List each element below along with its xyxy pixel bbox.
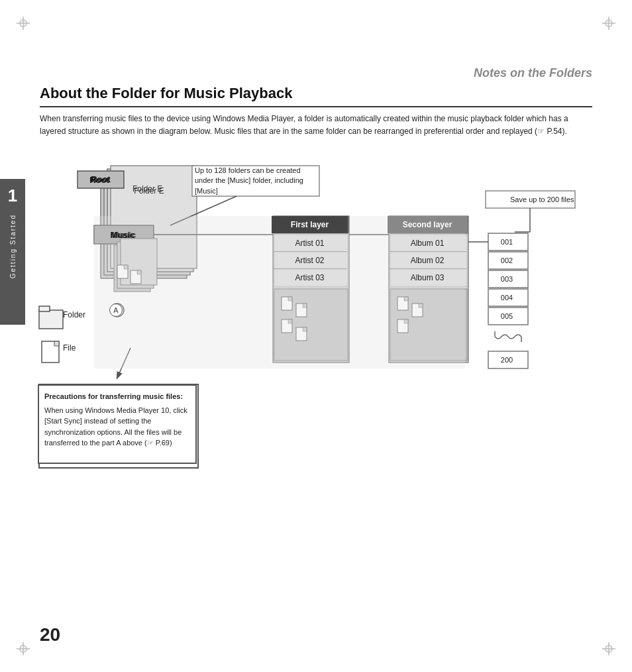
diagram-area: Root Folder E Music A bbox=[36, 159, 596, 517]
second-layer-item-3: Album 03 bbox=[389, 269, 466, 286]
folder-e-label: Folder E bbox=[132, 184, 162, 194]
file-number-001: 001 bbox=[487, 233, 527, 251]
svg-rect-73 bbox=[39, 310, 63, 329]
svg-rect-23 bbox=[121, 239, 157, 285]
precautions-title: Precautions for transferring music files… bbox=[44, 391, 190, 402]
title-area: About the Folder for Music Playback bbox=[40, 85, 592, 107]
svg-rect-26 bbox=[131, 270, 141, 284]
chapter-label: Getting Started bbox=[9, 214, 17, 278]
page-header-title: Notes on the Folders bbox=[474, 66, 592, 80]
corner-mark-br bbox=[599, 639, 619, 659]
svg-marker-57 bbox=[404, 297, 408, 301]
page-number: 20 bbox=[40, 624, 60, 645]
corner-mark-tr bbox=[599, 13, 619, 33]
legend-file-label: File bbox=[63, 343, 76, 353]
circle-a-marker: A bbox=[109, 304, 123, 317]
main-title: About the Folder for Music Playback bbox=[40, 85, 592, 102]
precautions-box: Precautions for transferring music files… bbox=[38, 384, 197, 464]
svg-rect-74 bbox=[39, 306, 50, 311]
svg-rect-75 bbox=[42, 341, 59, 363]
file-number-200: 200 bbox=[487, 351, 527, 368]
file-number-005: 005 bbox=[487, 308, 527, 325]
svg-rect-41 bbox=[274, 289, 348, 361]
description-text: When transferring music files to the dev… bbox=[40, 113, 592, 138]
file-number-004: 004 bbox=[487, 289, 527, 306]
svg-marker-49 bbox=[303, 327, 307, 331]
svg-line-30 bbox=[117, 348, 131, 378]
file-number-002: 002 bbox=[487, 252, 527, 269]
svg-marker-45 bbox=[303, 304, 307, 308]
legend-folder-label: Folder bbox=[63, 310, 85, 319]
second-layer-header: Second layer bbox=[388, 216, 467, 233]
svg-marker-43 bbox=[288, 297, 292, 301]
first-layer-header: First layer bbox=[272, 216, 348, 233]
first-layer-item-1: Artist 01 bbox=[273, 235, 346, 252]
chapter-tab: 1 Getting Started bbox=[0, 179, 25, 325]
corner-mark-tl bbox=[13, 13, 33, 33]
root-label: Root bbox=[76, 171, 123, 188]
svg-marker-25 bbox=[124, 265, 128, 269]
callout-128-text: Up to 128 folders can be created under t… bbox=[191, 166, 318, 196]
svg-marker-61 bbox=[404, 319, 408, 323]
corner-mark-bl bbox=[13, 639, 33, 659]
svg-marker-47 bbox=[288, 319, 292, 323]
svg-rect-15 bbox=[111, 166, 197, 268]
svg-rect-60 bbox=[397, 319, 408, 333]
svg-line-32 bbox=[170, 196, 237, 225]
svg-rect-24 bbox=[117, 265, 128, 278]
svg-rect-42 bbox=[282, 297, 292, 310]
chapter-number: 1 bbox=[8, 186, 17, 206]
second-layer-item-2: Album 02 bbox=[389, 252, 466, 269]
svg-rect-56 bbox=[397, 297, 408, 310]
svg-rect-48 bbox=[296, 327, 307, 341]
second-layer-item-1: Album 01 bbox=[389, 235, 466, 252]
svg-rect-46 bbox=[282, 319, 292, 333]
precautions-body: When using Windows Media Player 10, clic… bbox=[44, 405, 190, 449]
svg-rect-55 bbox=[390, 289, 467, 361]
svg-rect-21 bbox=[114, 245, 150, 292]
svg-rect-22 bbox=[117, 242, 154, 288]
svg-marker-27 bbox=[137, 270, 141, 274]
first-layer-item-2: Artist 02 bbox=[273, 252, 346, 269]
music-label: Music bbox=[93, 225, 152, 244]
svg-marker-76 bbox=[54, 341, 59, 346]
first-layer-item-3: Artist 03 bbox=[273, 269, 346, 286]
svg-marker-59 bbox=[419, 304, 423, 308]
file-number-003: 003 bbox=[487, 270, 527, 288]
svg-rect-58 bbox=[412, 304, 423, 317]
callout-200-text: Save up to 200 files bbox=[506, 191, 596, 208]
svg-rect-44 bbox=[296, 304, 307, 317]
